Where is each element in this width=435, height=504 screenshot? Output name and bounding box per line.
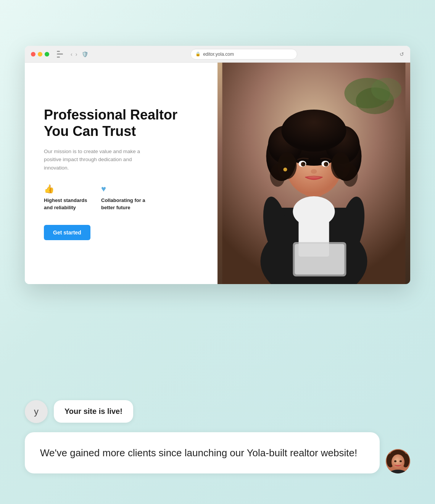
get-started-button[interactable]: Get started — [44, 225, 90, 240]
feature-label-collaborating: Collaborating for a better future — [101, 197, 147, 211]
sidebar-line — [57, 53, 63, 55]
svg-point-25 — [324, 162, 329, 166]
chat-message-1-text: Your site is live! — [64, 407, 122, 415]
chat-bubble-1: Your site is live! — [54, 400, 133, 423]
chat-message-2-text: We've gained more clients since launchin… — [40, 447, 357, 459]
user-avatar — [386, 449, 410, 473]
svg-point-37 — [394, 460, 396, 462]
svg-point-21 — [343, 164, 358, 187]
svg-point-26 — [303, 163, 305, 164]
user-avatar-image — [386, 449, 410, 473]
hero-right-image: Unsplash+ Unsplash+ Unsplash+ Unsplash+ … — [218, 63, 410, 284]
feature-item-collaborating: ♥ Collaborating for a better future — [101, 184, 147, 211]
heart-icon: ♥ — [101, 184, 147, 194]
hero-title: Professional Realtor You Can Trust — [44, 107, 198, 139]
svg-point-24 — [301, 162, 306, 166]
svg-point-38 — [400, 460, 402, 462]
sidebar-line — [57, 57, 60, 58]
hero-description: Our mission is to create value and make … — [44, 147, 151, 172]
chat-bubble-2: We've gained more clients since launchin… — [25, 432, 380, 473]
svg-point-29 — [284, 168, 287, 171]
svg-point-17 — [282, 110, 346, 152]
lock-icon: 🔒 — [195, 52, 201, 57]
svg-point-20 — [270, 164, 285, 187]
yola-avatar: y — [25, 400, 48, 423]
security-icon: 🛡️ — [82, 51, 88, 57]
feature-item-standards: 👍 Highest standards and reliability — [44, 184, 90, 211]
thumbs-up-icon: 👍 — [44, 184, 90, 194]
url-text: editor.yola.com — [203, 52, 234, 57]
hero-person-illustration — [218, 63, 410, 284]
website-content: Professional Realtor You Can Trust Our m… — [25, 63, 410, 284]
svg-point-28 — [311, 169, 317, 174]
features-row: 👍 Highest standards and reliability ♥ Co… — [44, 184, 198, 211]
sidebar-line — [57, 51, 60, 52]
nav-arrows: ‹ › — [71, 51, 77, 57]
dot-yellow[interactable] — [38, 52, 42, 57]
feature-label-standards: Highest standards and reliability — [44, 197, 90, 211]
chat-message-row-1: y Your site is live! — [25, 400, 410, 423]
chat-message-row-2: We've gained more clients since launchin… — [25, 432, 410, 473]
hero-left-panel: Professional Realtor You Can Trust Our m… — [25, 63, 218, 284]
chat-area: y Your site is live! We've gained more c… — [25, 400, 410, 473]
address-bar-container: 🔒 editor.yola.com — [93, 49, 395, 60]
address-bar[interactable]: 🔒 editor.yola.com — [190, 49, 297, 60]
hero-photo-background: Unsplash+ Unsplash+ Unsplash+ Unsplash+ … — [218, 63, 410, 284]
svg-rect-31 — [295, 244, 345, 275]
reload-button[interactable]: ↺ — [400, 51, 404, 57]
dot-green[interactable] — [45, 52, 49, 57]
svg-point-36 — [392, 454, 404, 470]
sidebar-toggle-button[interactable] — [57, 51, 66, 58]
browser-dots — [31, 52, 49, 57]
svg-point-3 — [371, 78, 402, 101]
browser-window: ‹ › 🛡️ 🔒 editor.yola.com ↺ Professional … — [25, 46, 410, 284]
yola-logo-letter: y — [34, 406, 39, 417]
dot-red[interactable] — [31, 52, 35, 57]
forward-button[interactable]: › — [76, 51, 77, 57]
back-button[interactable]: ‹ — [71, 51, 72, 57]
svg-point-27 — [326, 163, 328, 164]
browser-toolbar: ‹ › 🛡️ 🔒 editor.yola.com ↺ — [25, 46, 410, 63]
